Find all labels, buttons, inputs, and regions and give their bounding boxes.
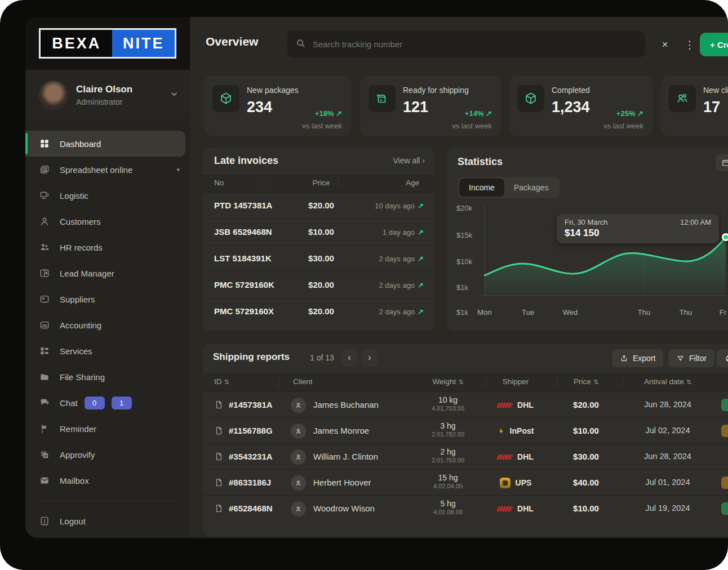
reminder-flag-icon [39,423,50,434]
col-price-sort[interactable]: Price⇅ [558,377,614,386]
search-box [287,31,645,57]
next-page-button[interactable]: › [361,349,378,366]
stat-title: Completed [552,86,590,95]
close-icon[interactable]: × [656,36,673,53]
filter-button[interactable]: Filtor [668,349,714,367]
shipment-row[interactable]: #1457381A James Buchanan 10 kg4.01.703.0… [203,392,728,418]
folder-icon [39,371,50,382]
document-icon [214,452,224,464]
lead-manager-icon [39,268,50,279]
document-icon [214,426,224,438]
spreadsheet-icon [39,164,50,175]
sidebar-item-mailbox[interactable]: Mailbox [25,467,190,493]
sidebar-item-suppliers[interactable]: Suppliers [25,286,190,312]
invoice-row[interactable]: PTD 1457381A$20.00 10 days ago↗ [203,193,435,219]
sidebar-item-dashboard[interactable]: Dashboard [25,131,185,157]
sidebar-divider [35,501,180,501]
chart-tooltip: Fri, 30 March 12:00 AM $14 150 [557,214,719,243]
x-origin-tick: $1k [456,308,468,317]
sidebar-item-logistic[interactable]: Logistic [25,182,190,208]
sidebar-item-label: Reminder [60,424,96,434]
hr-records-icon [39,242,50,253]
sidebar-item-label: Dashboard [60,139,101,149]
sidebar-nav: Dashboard Spreadsheet online ▾ Logistic … [25,121,190,534]
stat-value: 17 [703,99,720,116]
kebab-menu-icon[interactable]: ⋮ [681,36,698,53]
ups-logo-icon [500,478,511,488]
sidebar-item-file-sharing[interactable]: File Sharing [25,364,190,390]
chevron-down-icon[interactable] [170,90,179,101]
search-input[interactable] [313,39,637,49]
sidebar-item-lead-manager[interactable]: Lead Manager [25,260,190,286]
prev-page-button[interactable]: ‹ [341,349,358,366]
stat-delta: +14% [465,109,484,118]
sidebar-item-label: Mailbox [60,476,89,486]
stat-note: vs last week [452,122,492,130]
suppliers-icon [39,293,50,305]
col-date-sort[interactable]: Antival date⇅ [614,377,721,386]
logout-icon [39,515,50,527]
stat-value: 121 [403,99,428,116]
invoice-row[interactable]: PMC 5729160K$20.00 2 days ago↗ [203,272,435,299]
logo-text-bexa: BEXA [41,30,112,57]
sidebar-item-chat[interactable]: Chat 0 1 [25,390,190,416]
create-button[interactable]: + Create [700,33,728,56]
sidebar-item-services[interactable]: Services [25,338,190,364]
mail-icon [39,475,50,486]
tooltip-time: 12:00 AM [680,218,711,226]
status-badge [721,399,728,411]
invoice-row[interactable]: PMC 5729160X$20.00 2 days ago↗ [203,299,435,325]
sidebar-item-reminder[interactable]: Reminder [25,416,190,442]
profile-name: Claire Olson [76,84,170,95]
shipment-row[interactable]: #6528468N Woodrow Wison 5 hg4.01.08.00 D… [203,496,728,522]
shipping-reports-panel: Shipping reports 1 of 13 ‹ › Export Filt… [203,344,728,536]
invoice-row[interactable]: JSB 6529468N$10.00 1 day ago↗ [203,219,435,246]
shipping-table-header: ID⇅ Client Weight⇅ Shipper Price⇅ Antiva… [203,372,728,392]
trend-up-icon: ↗ [418,308,424,316]
sidebar-item-label: Customers [60,217,101,226]
col-client: Client [293,377,313,386]
dhl-logo-icon [496,455,513,460]
cube-icon [212,85,239,112]
main-content: Overview × ⋮ + Create New packages 234 +… [190,17,728,538]
profile-role: Administrator [76,97,170,106]
status-badge [721,477,728,489]
page-count: 1 of 13 [310,353,334,362]
sidebar-item-customers[interactable]: Customers [25,208,190,234]
sidebar-item-approvify[interactable]: Approvify [25,442,190,467]
col-weight-sort[interactable]: Weight⇅ [423,377,473,386]
tab-income[interactable]: Income [459,179,504,197]
view-all-link[interactable]: View all › [393,156,425,165]
export-button[interactable]: Export [612,349,663,367]
statistics-title: Statistics [458,156,503,168]
print-button[interactable] [717,349,728,367]
stat-value: 1,234 [552,99,590,116]
statistics-action-button[interactable] [716,154,728,171]
chat-icon [39,397,50,408]
sidebar-item-label: HR records [60,243,103,252]
x-tick: Mon [477,308,491,317]
col-id-sort[interactable]: ID⇅ [214,377,229,386]
shipment-row[interactable]: #1156788G James Monroe 3 hg2.01.782.00 I… [203,418,728,444]
sidebar-item-label: Logistic [60,191,88,201]
x-tick: Tue [522,308,534,317]
trend-up-icon: ↗ [418,202,424,210]
tab-packages[interactable]: Packages [504,179,558,197]
sidebar-item-hr-records[interactable]: HR records [25,234,190,260]
sidebar-item-logout[interactable]: Logout [25,508,190,534]
chart-tab-group: Income Packages [458,177,560,198]
x-tick: Thu [638,308,650,317]
sidebar-item-accounting[interactable]: Accounting [25,312,190,338]
user-profile[interactable]: Claire Olson Administrator [25,70,190,121]
app-window: BEXA NITE Claire Olson Administrator Das… [25,17,728,538]
invoice-row[interactable]: LST 5184391K$30.00 2 days ago↗ [203,246,435,272]
y-tick: $10k [456,257,472,266]
chart-point-marker[interactable] [722,233,728,241]
late-invoices-title: Late invoices [214,155,278,167]
sidebar-item-spreadsheet-online[interactable]: Spreadsheet online ▾ [25,157,190,182]
col-no: No [214,179,224,187]
stat-note: vs last week [302,122,342,130]
shipment-row[interactable]: #8633186J Herbert Hoover 15 hg4.02.04.00… [203,470,728,496]
shipment-row[interactable]: #3543231A William J. Clinton 2 hg2.01.76… [203,444,728,470]
users-icon [669,85,696,112]
